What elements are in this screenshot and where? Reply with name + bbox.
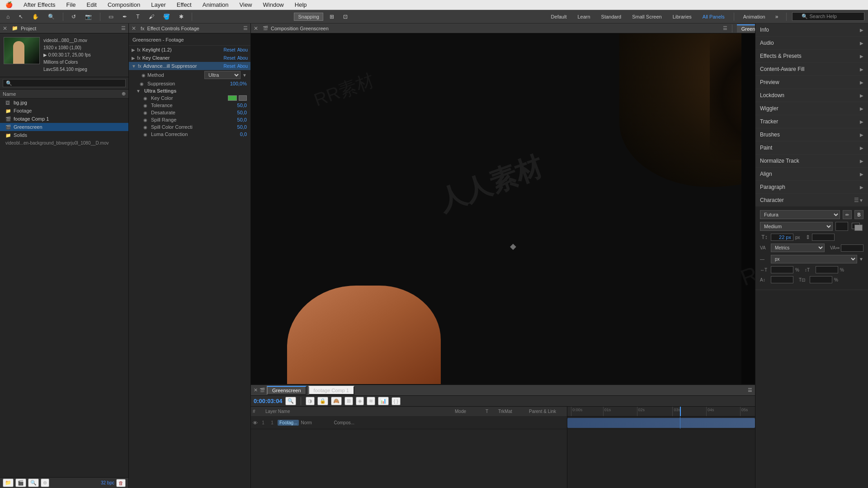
comp-panel-close[interactable]: ✕: [254, 25, 258, 32]
spill-visibility[interactable]: fx: [138, 64, 142, 69]
align-header[interactable]: Align ▶: [755, 168, 868, 180]
keylight-visibility[interactable]: fx: [137, 47, 141, 52]
tl-solo[interactable]: ◑: [306, 397, 315, 405]
tl-charts[interactable]: 📊: [378, 397, 389, 405]
project-panel-menu[interactable]: ☰: [121, 25, 126, 31]
fill-color-swatch[interactable]: [854, 225, 863, 231]
import-button-bottom[interactable]: ⊕: [41, 479, 49, 487]
tsume-input[interactable]: 0 %: [810, 276, 832, 283]
preview-header[interactable]: Preview ▶: [755, 76, 868, 89]
unit-dropdown[interactable]: px: [771, 255, 857, 263]
app-name[interactable]: After Effects: [22, 1, 57, 8]
tl-search[interactable]: 🔍: [285, 397, 296, 405]
kerning-dropdown[interactable]: Metrics: [771, 244, 825, 252]
effects-presets-header[interactable]: Effects & Presets ▶: [755, 50, 868, 62]
tl-draft[interactable]: ◈: [356, 397, 364, 405]
wiggler-header[interactable]: Wiggler ▶: [755, 102, 868, 115]
layer-1-badge[interactable]: Footag...: [278, 420, 299, 426]
v-scale-input[interactable]: 100 %: [816, 266, 838, 273]
timeline-playhead[interactable]: [680, 407, 681, 416]
workspace-default[interactable]: Default: [547, 13, 571, 20]
font-pencil-icon[interactable]: ✏: [843, 210, 852, 219]
keycleaner-reset[interactable]: Reset: [224, 56, 236, 61]
workspace-animation[interactable]: Animation: [740, 13, 769, 20]
home-button[interactable]: ⌂: [4, 13, 12, 21]
tl-tab-footage-comp[interactable]: footage Comp 1: [308, 386, 354, 395]
workspace-small-screen[interactable]: Small Screen: [628, 13, 665, 20]
project-panel-close[interactable]: ✕: [3, 25, 7, 32]
spill-range-value[interactable]: 50,0: [229, 117, 247, 122]
import-button[interactable]: ⊕: [122, 91, 126, 97]
tolerance-value[interactable]: 50,0: [229, 103, 247, 108]
project-search-input[interactable]: [3, 79, 126, 87]
tl-collapse[interactable]: ⊞: [344, 397, 353, 405]
snapping-button[interactable]: Snapping: [294, 13, 323, 21]
suppression-value[interactable]: 100,0%: [229, 81, 247, 86]
keycleaner-visibility[interactable]: fx: [137, 56, 141, 61]
layer-1-visibility[interactable]: 👁: [253, 420, 258, 426]
menu-effect[interactable]: Effect: [175, 1, 193, 8]
h-scale-input[interactable]: 100 %: [771, 266, 793, 273]
apple-menu[interactable]: 🍎: [4, 1, 14, 8]
character-header[interactable]: Character ☰ ▼: [755, 194, 868, 206]
search-help-button[interactable]: 🔍 Search Help: [792, 12, 864, 21]
comp-panel-menu[interactable]: ☰: [723, 25, 727, 31]
bpc-indicator[interactable]: 32 bpc: [101, 480, 114, 485]
hand-tool[interactable]: ✋: [29, 13, 42, 21]
zoom-tool[interactable]: 🔍: [45, 13, 57, 21]
normalize-track-header[interactable]: Normalize Track ▶: [755, 155, 868, 167]
effect-controls-close[interactable]: ✕: [132, 25, 136, 32]
audio-header[interactable]: Audio ▶: [755, 37, 868, 49]
keylight-reset[interactable]: Reset: [224, 47, 236, 52]
project-item-solids[interactable]: 📁 Solids: [0, 131, 128, 139]
text-tool[interactable]: T: [133, 13, 142, 21]
baseline-input[interactable]: 0 px: [771, 276, 793, 283]
lockdown-header[interactable]: Lockdown ▶: [755, 89, 868, 102]
tl-lock[interactable]: 🔒: [317, 397, 328, 405]
menu-composition[interactable]: Composition: [106, 1, 142, 8]
text-fill-color[interactable]: [835, 222, 848, 231]
key-color-picker[interactable]: [239, 95, 247, 101]
project-item-greenscreen[interactable]: 🎬 Greenscreen: [0, 123, 128, 131]
font-style-dropdown[interactable]: Medium: [760, 222, 833, 231]
workspace-standard[interactable]: Standard: [598, 13, 625, 20]
workspace-all-panels[interactable]: All Panels: [699, 13, 728, 20]
font-size-input[interactable]: [771, 234, 793, 241]
desaturate-value[interactable]: 50,0: [229, 110, 247, 115]
effect-spill-suppressor[interactable]: ▼ fx Advance...ill Suppressor Reset Abou: [129, 62, 250, 70]
new-folder-button[interactable]: 📁: [3, 479, 14, 487]
effect-controls-menu[interactable]: ☰: [243, 25, 248, 31]
tl-tab-greenscreen[interactable]: Greenscreen: [267, 386, 307, 395]
timeline-layer-1[interactable]: 👁 1 1 Footag... Norm Compos...: [251, 417, 567, 429]
menu-window[interactable]: Window: [261, 1, 286, 8]
tl-motion-blur[interactable]: ≋: [367, 397, 375, 405]
spill-about[interactable]: Abou: [237, 64, 248, 69]
tracking-input[interactable]: 0: [841, 244, 863, 252]
camera-tool[interactable]: 📷: [82, 13, 94, 21]
puppet-tool[interactable]: ✱: [176, 13, 186, 21]
font-faux-bold[interactable]: B: [854, 210, 863, 219]
paint-tool[interactable]: 🪣: [160, 13, 173, 21]
info-header[interactable]: Info ▶: [755, 23, 868, 36]
timeline-ruler[interactable]: 0:00s 01s 02s 03s 04s 05s: [567, 407, 755, 417]
toolbar-icon-1[interactable]: ⊞: [327, 13, 337, 21]
select-tool[interactable]: ↖: [16, 13, 26, 21]
delete-button[interactable]: 🗑: [116, 479, 126, 487]
effect-key-cleaner[interactable]: ▶ fx Key Cleaner Reset Abou: [129, 54, 250, 62]
find-button[interactable]: 🔍: [28, 479, 39, 487]
menu-edit[interactable]: Edit: [85, 1, 99, 8]
workspace-libraries[interactable]: Libraries: [669, 13, 695, 20]
menu-animation[interactable]: Animation: [201, 1, 231, 8]
tl-time-display[interactable]: 0:00:03:04: [254, 398, 283, 404]
rotate-tool[interactable]: ↺: [69, 13, 79, 21]
ultra-settings-row[interactable]: ▼ Ultra Settings: [129, 87, 250, 94]
brushes-header[interactable]: Brushes ▶: [755, 128, 868, 141]
workspace-learn[interactable]: Learn: [574, 13, 594, 20]
tl-menu[interactable]: ☰: [748, 387, 752, 393]
keycleaner-about[interactable]: Abou: [237, 56, 248, 61]
menu-layer[interactable]: Layer: [149, 1, 168, 8]
effect-keylight[interactable]: ▶ fx Keylight (1.2) Reset Abou: [129, 46, 250, 54]
keylight-about[interactable]: Abou: [237, 47, 248, 52]
rect-tool[interactable]: ▭: [106, 13, 116, 21]
font-family-dropdown[interactable]: Futura: [760, 210, 840, 219]
